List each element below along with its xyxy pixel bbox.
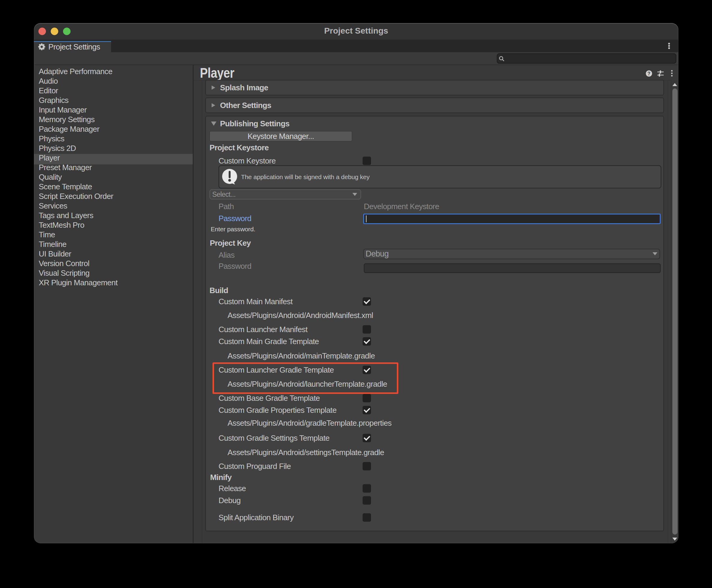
svg-text:?: ? [648,71,650,76]
